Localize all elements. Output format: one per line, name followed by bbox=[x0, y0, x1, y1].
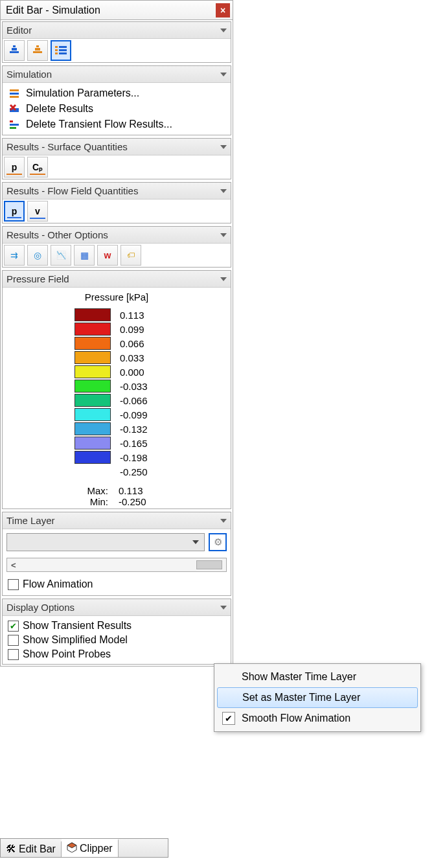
display-option-row[interactable]: ✔Show Transient Results bbox=[6, 619, 227, 633]
svg-rect-1 bbox=[12, 48, 17, 51]
svg-rect-18 bbox=[10, 120, 13, 122]
menu-item[interactable]: ✔Smooth Flow Animation bbox=[217, 708, 418, 729]
time-layer-header[interactable]: Time Layer bbox=[3, 512, 231, 529]
sim-params-label: Simulation Parameters... bbox=[26, 87, 139, 99]
streamlines-button[interactable]: ⇉ bbox=[4, 245, 25, 266]
flow-v-label: v bbox=[35, 206, 40, 216]
flow-p-label: p bbox=[12, 206, 17, 216]
legend-swatch bbox=[75, 437, 111, 450]
grid-icon: ▦ bbox=[80, 250, 89, 260]
tab-clipper[interactable]: Clipper bbox=[62, 839, 119, 857]
simulation-header[interactable]: Simulation bbox=[3, 66, 231, 83]
results-flow-label: Results - Flow Field Quantities bbox=[6, 185, 220, 196]
flow-p-button[interactable]: p bbox=[4, 201, 25, 222]
w-button[interactable]: w bbox=[97, 245, 118, 266]
legend-value: 0.099 bbox=[120, 324, 159, 335]
chevron-down-icon bbox=[220, 606, 227, 610]
surface-p-button[interactable]: p bbox=[4, 157, 25, 177]
delete-results-item[interactable]: Delete Results bbox=[6, 101, 227, 117]
streamlines-icon: ⇉ bbox=[10, 250, 18, 260]
time-layer-combo[interactable] bbox=[6, 533, 205, 551]
legend-swatch bbox=[75, 365, 111, 378]
stack-orange-icon bbox=[32, 45, 43, 56]
chevron-down-icon bbox=[220, 233, 227, 237]
menu-item[interactable]: Set as Master Time Layer bbox=[217, 687, 418, 708]
chevron-down-icon bbox=[220, 29, 227, 32]
surface-cp-label: Cₚ bbox=[32, 162, 43, 172]
gear-icon: ⚙ bbox=[214, 536, 222, 548]
results-surface-section: Results - Surface Quantities p Cₚ bbox=[2, 138, 231, 179]
close-button[interactable]: × bbox=[216, 3, 230, 17]
editor-mode-3[interactable] bbox=[51, 40, 71, 61]
menu-item[interactable]: Show Master Time Layer bbox=[217, 667, 418, 687]
results-surface-header[interactable]: Results - Surface Quantities bbox=[3, 139, 231, 155]
flow-v-button[interactable]: v bbox=[27, 201, 48, 222]
min-label: Min: bbox=[90, 496, 108, 507]
window-title: Edit Bar - Simulation bbox=[6, 5, 216, 16]
simulation-parameters-item[interactable]: Simulation Parameters... bbox=[6, 86, 227, 101]
delete-transient-item[interactable]: Delete Transient Flow Results... bbox=[6, 117, 227, 132]
graph-icon: 📉 bbox=[56, 251, 66, 260]
svg-rect-13 bbox=[10, 93, 19, 95]
time-layer-section: Time Layer ⚙ < Flow Animation bbox=[2, 512, 231, 596]
legend-value: 0.066 bbox=[120, 338, 159, 349]
legend-rows: 0.1130.0990.0660.0330.000-0.033-0.066-0.… bbox=[75, 308, 159, 479]
legend-row: -0.250 bbox=[75, 464, 159, 479]
svg-rect-6 bbox=[55, 46, 58, 48]
scroll-left-icon: < bbox=[11, 560, 16, 570]
results-other-label: Results - Other Options bbox=[6, 229, 220, 240]
display-option-row[interactable]: Show Point Probes bbox=[6, 647, 227, 661]
legend-value: 0.033 bbox=[120, 352, 159, 363]
legend-swatch bbox=[75, 337, 111, 350]
delete-results-label: Delete Results bbox=[26, 103, 93, 115]
tag-icon: 🏷 bbox=[127, 251, 135, 260]
tab-edit-bar-label: Edit Bar bbox=[19, 843, 56, 855]
legend-row: -0.033 bbox=[75, 379, 159, 393]
tab-edit-bar[interactable]: 🛠 Edit Bar bbox=[1, 841, 62, 857]
legend-row: -0.066 bbox=[75, 393, 159, 407]
legend-swatch bbox=[75, 451, 111, 464]
checkbox[interactable]: ✔ bbox=[8, 621, 19, 632]
flow-animation-checkbox[interactable] bbox=[8, 579, 19, 590]
legend-row: 0.033 bbox=[75, 350, 159, 365]
editor-mode-1[interactable] bbox=[4, 40, 25, 61]
display-option-label: Show Transient Results bbox=[23, 620, 132, 632]
checkbox[interactable] bbox=[8, 649, 19, 660]
tag-button[interactable]: 🏷 bbox=[120, 245, 141, 266]
svg-rect-12 bbox=[10, 89, 19, 91]
pressure-field-header[interactable]: Pressure Field bbox=[3, 271, 231, 288]
legend-row: -0.099 bbox=[75, 407, 159, 422]
results-flow-header[interactable]: Results - Flow Field Quantities bbox=[3, 183, 231, 200]
legend-swatch bbox=[75, 408, 111, 421]
svg-rect-20 bbox=[10, 127, 16, 129]
surface-cp-button[interactable]: Cₚ bbox=[27, 157, 48, 177]
grid-button[interactable]: ▦ bbox=[74, 245, 95, 266]
time-layer-scrollbar[interactable]: < bbox=[6, 558, 227, 572]
legend-swatch bbox=[75, 394, 111, 407]
scroll-thumb[interactable] bbox=[196, 560, 222, 569]
chevron-down-icon bbox=[220, 519, 227, 523]
chevron-down-icon bbox=[220, 277, 227, 281]
tools-icon: 🛠 bbox=[6, 843, 16, 855]
editor-mode-2[interactable] bbox=[27, 40, 48, 61]
svg-rect-11 bbox=[59, 52, 67, 54]
results-surface-label: Results - Surface Quantities bbox=[6, 141, 220, 152]
display-option-row[interactable]: Show Simplified Model bbox=[6, 633, 227, 647]
editor-header[interactable]: Editor bbox=[3, 22, 231, 39]
checkbox[interactable] bbox=[8, 635, 19, 646]
flow-animation-label: Flow Animation bbox=[23, 578, 93, 590]
menu-item-label: Show Master Time Layer bbox=[242, 671, 356, 683]
graph-button[interactable]: 📉 bbox=[51, 245, 71, 266]
params-icon bbox=[8, 87, 22, 100]
pressure-field-header-label: Pressure Field bbox=[6, 273, 220, 284]
results-other-header[interactable]: Results - Other Options bbox=[3, 227, 231, 244]
display-option-label: Show Simplified Model bbox=[23, 634, 128, 646]
time-layer-settings-button[interactable]: ⚙ bbox=[209, 533, 227, 551]
svg-rect-10 bbox=[55, 52, 58, 54]
isosurface-button[interactable]: ◎ bbox=[27, 245, 48, 266]
legend-value: -0.198 bbox=[120, 452, 159, 463]
display-options-header[interactable]: Display Options bbox=[3, 599, 231, 616]
svg-rect-19 bbox=[10, 124, 19, 126]
legend-title: Pressure [kPa] bbox=[85, 291, 148, 303]
legend-row: 0.066 bbox=[75, 336, 159, 350]
